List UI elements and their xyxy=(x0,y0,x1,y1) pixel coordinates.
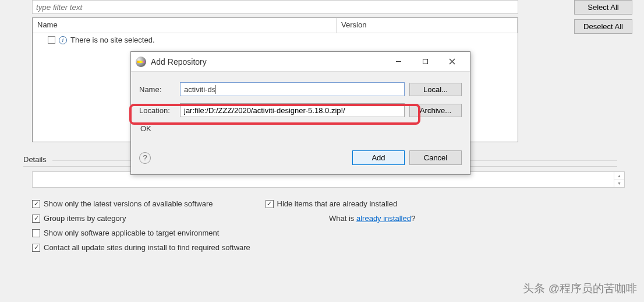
status-ok: OK xyxy=(140,124,462,133)
table-header: Name Version xyxy=(33,18,518,33)
filter-input[interactable] xyxy=(32,0,518,14)
empty-message: There is no site selected. xyxy=(70,36,155,44)
target-env-label: Show only software applicable to target … xyxy=(44,229,219,237)
column-name[interactable]: Name xyxy=(33,18,337,33)
contact-sites-label: Contact all update sites during install … xyxy=(44,243,250,252)
column-version[interactable]: Version xyxy=(337,18,518,33)
show-latest-checkbox[interactable] xyxy=(32,200,40,208)
row-checkbox[interactable] xyxy=(48,36,55,44)
select-all-button[interactable]: Select All xyxy=(574,0,632,15)
details-spinner[interactable]: ▲ ▼ xyxy=(614,172,624,187)
contact-sites-checkbox[interactable] xyxy=(32,244,40,252)
location-label: Location: xyxy=(139,106,175,115)
close-button[interactable] xyxy=(438,52,465,71)
group-category-checkbox[interactable] xyxy=(32,215,40,223)
what-is-text: What is already installed? xyxy=(329,214,415,223)
eclipse-icon xyxy=(136,57,146,67)
help-icon[interactable]: ? xyxy=(139,152,151,164)
watermark-text: 头条 @程序员的苦咖啡 xyxy=(523,281,637,296)
already-installed-link[interactable]: already installed xyxy=(356,214,411,223)
group-category-label: Group items by category xyxy=(44,214,126,223)
local-button[interactable]: Local... xyxy=(409,83,462,96)
archive-button[interactable]: Archive... xyxy=(409,104,462,117)
hide-installed-checkbox[interactable] xyxy=(266,200,274,208)
spinner-down-icon[interactable]: ▼ xyxy=(614,180,624,188)
info-icon: i xyxy=(59,36,67,44)
spinner-up-icon[interactable]: ▲ xyxy=(614,172,624,180)
target-env-checkbox[interactable] xyxy=(32,229,40,237)
name-input[interactable]: activiti-ds xyxy=(180,82,405,96)
cancel-button[interactable]: Cancel xyxy=(409,150,462,165)
maximize-button[interactable] xyxy=(412,52,438,71)
dialog-title: Add Repository xyxy=(151,57,385,66)
deselect-all-button[interactable]: Deselect All xyxy=(574,19,632,34)
minimize-button[interactable] xyxy=(385,52,412,71)
table-row: i There is no site selected. xyxy=(33,33,518,47)
location-input[interactable] xyxy=(180,103,405,117)
dialog-titlebar[interactable]: Add Repository xyxy=(131,52,470,72)
svg-rect-1 xyxy=(423,59,427,64)
name-label: Name: xyxy=(139,85,175,94)
show-latest-label: Show only the latest versions of availab… xyxy=(44,199,213,208)
hide-installed-label: Hide items that are already installed xyxy=(277,199,398,208)
add-button[interactable]: Add xyxy=(352,150,405,165)
add-repository-dialog: Add Repository Name: activiti-ds Local..… xyxy=(130,51,470,175)
